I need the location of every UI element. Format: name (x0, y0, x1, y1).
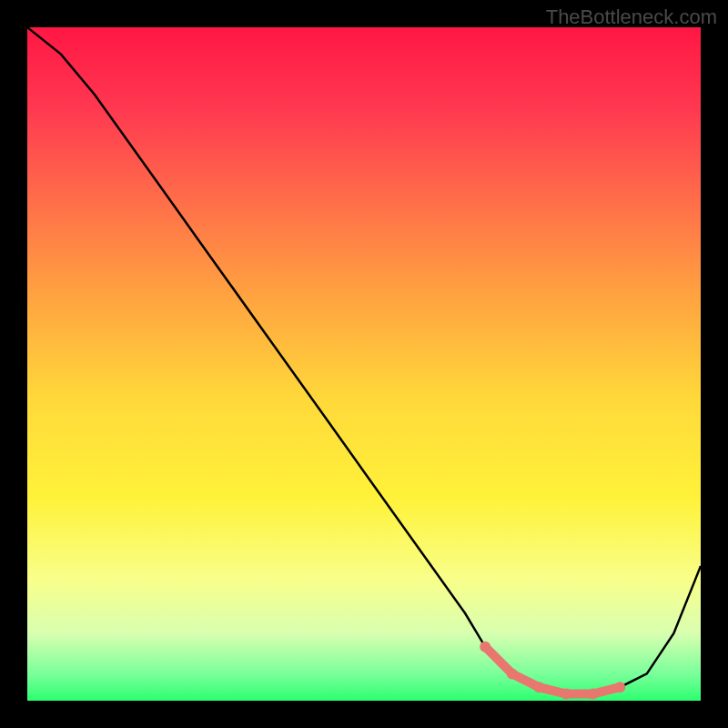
watermark-text: TheBottleneck.com (546, 5, 717, 29)
chart-container (27, 27, 701, 701)
gradient-background (27, 27, 701, 701)
svg-rect-0 (27, 27, 701, 701)
